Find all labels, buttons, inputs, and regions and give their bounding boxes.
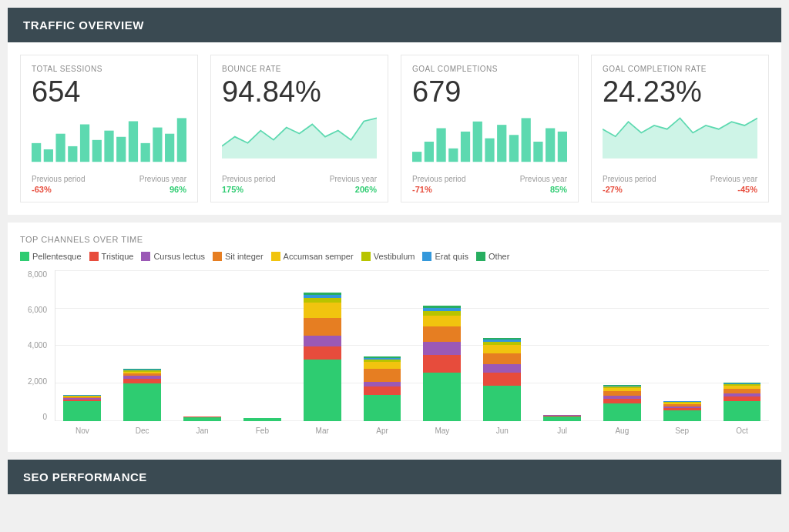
legend-color: [141, 252, 150, 261]
legend-item: Other: [476, 252, 510, 261]
bar-stack: [663, 401, 701, 421]
svg-rect-9: [141, 143, 150, 162]
svg-rect-11: [165, 133, 174, 162]
bar-group: Jun: [475, 270, 529, 421]
bar-stack: [364, 356, 401, 421]
prev-period-label: Previous period: [222, 175, 275, 183]
metric-footer-labels: Previous periodPrevious year: [412, 175, 567, 183]
bar-segment: [123, 383, 161, 421]
metric-footer-values: -71%85%: [412, 185, 567, 194]
bar-segment: [483, 353, 521, 364]
legend-label: Tristique: [102, 252, 134, 261]
bar-segment: [304, 318, 341, 336]
bar-segment: [364, 362, 401, 369]
prev-period-label: Previous period: [32, 175, 85, 183]
svg-rect-15: [425, 142, 434, 162]
bar-segment: [483, 345, 521, 353]
bar-month-label: Dec: [136, 427, 149, 435]
legend-item: Accumsan semper: [271, 252, 354, 261]
bar-stack: [483, 338, 521, 421]
legend-color: [476, 252, 485, 261]
bar-segment: [304, 336, 341, 346]
page-wrapper: TRAFFIC OVERVIEW TOTAL SESSIONS654Previo…: [0, 0, 789, 502]
svg-rect-2: [55, 133, 65, 162]
prev-period-value: -63%: [32, 185, 52, 194]
bar-segment: [304, 303, 341, 318]
prev-year-value: 85%: [550, 185, 567, 194]
metric-label: BOUNCE RATE: [222, 65, 377, 73]
bar-group: Oct: [715, 270, 769, 421]
prev-period-label: Previous period: [412, 175, 465, 183]
legend-item: Tristique: [89, 252, 134, 261]
bar-segment: [364, 369, 401, 382]
legend-item: Sit integer: [213, 252, 264, 261]
legend-label: Cursus lectus: [153, 252, 205, 261]
traffic-title: TRAFFIC OVERVIEW: [23, 18, 144, 32]
metrics-section: TOTAL SESSIONS654Previous periodPrevious…: [8, 42, 781, 215]
metric-value: 679: [412, 76, 567, 109]
prev-period-value: -71%: [412, 185, 432, 194]
svg-rect-4: [80, 124, 89, 162]
bar-month-label: Oct: [736, 427, 748, 435]
bar-month-label: Aug: [615, 427, 629, 435]
prev-year-label: Previous year: [330, 175, 377, 183]
svg-rect-21: [497, 125, 506, 162]
bar-segment: [183, 417, 221, 421]
bar-stack: [243, 418, 281, 421]
bar-segment: [304, 360, 341, 421]
prev-period-label: Previous period: [603, 175, 656, 183]
bar-group: Apr: [355, 270, 409, 421]
bar-segment: [423, 342, 461, 355]
svg-rect-23: [522, 118, 531, 162]
legend-label: Pellentesque: [32, 252, 82, 261]
svg-rect-18: [461, 132, 470, 162]
svg-rect-8: [129, 121, 138, 162]
bar-segment: [724, 401, 761, 421]
prev-period-value: -27%: [603, 185, 623, 194]
y-axis-label: 6,000: [28, 306, 47, 314]
bar-stack: [183, 417, 221, 421]
bar-segment: [603, 403, 641, 421]
bar-segment: [423, 355, 461, 373]
bar-group: Mar: [295, 270, 349, 421]
metric-value: 94.84%: [222, 76, 377, 109]
channels-section: TOP CHANNELS OVER TIME PellentesqueTrist…: [8, 223, 781, 452]
legend-label: Accumsan semper: [284, 252, 354, 261]
bar-month-label: Nov: [76, 427, 89, 435]
bar-segment: [483, 364, 521, 373]
metric-cards: TOTAL SESSIONS654Previous periodPrevious…: [20, 55, 769, 202]
bar-segment: [483, 373, 521, 386]
legend-color: [89, 252, 99, 261]
svg-rect-20: [485, 138, 494, 162]
y-axis: 8,0006,0004,0002,0000: [20, 270, 51, 421]
prev-year-value: -45%: [737, 185, 757, 194]
bar-segment: [483, 386, 521, 421]
bar-stack: [423, 306, 461, 421]
bar-stack: [724, 383, 761, 421]
bar-month-label: Sep: [675, 427, 689, 435]
legend-label: Sit integer: [225, 252, 264, 261]
bar-month-label: Jun: [496, 427, 509, 435]
metric-card: TOTAL SESSIONS654Previous periodPrevious…: [20, 55, 198, 202]
bar-stack: [63, 395, 101, 421]
svg-marker-13: [222, 118, 377, 158]
svg-rect-16: [436, 128, 445, 162]
legend-color: [20, 252, 29, 261]
svg-rect-1: [44, 149, 53, 162]
bar-group: Jan: [176, 270, 230, 421]
metric-value: 24.23%: [603, 76, 757, 109]
bar-stack: [304, 293, 341, 421]
prev-year-label: Previous year: [520, 175, 567, 183]
bar-month-label: Jul: [557, 427, 567, 435]
bar-group: Jul: [536, 270, 589, 421]
prev-year-label: Previous year: [710, 175, 757, 183]
y-axis-label: 0: [42, 413, 47, 421]
bar-segment: [364, 395, 401, 421]
metric-footer-labels: Previous periodPrevious year: [603, 175, 757, 183]
bar-stack: [543, 415, 581, 421]
metric-footer-values: 175%206%: [222, 185, 377, 194]
bar-group: Dec: [116, 270, 170, 421]
bar-month-label: Feb: [256, 427, 269, 435]
svg-rect-17: [448, 149, 458, 162]
svg-rect-24: [533, 142, 542, 162]
